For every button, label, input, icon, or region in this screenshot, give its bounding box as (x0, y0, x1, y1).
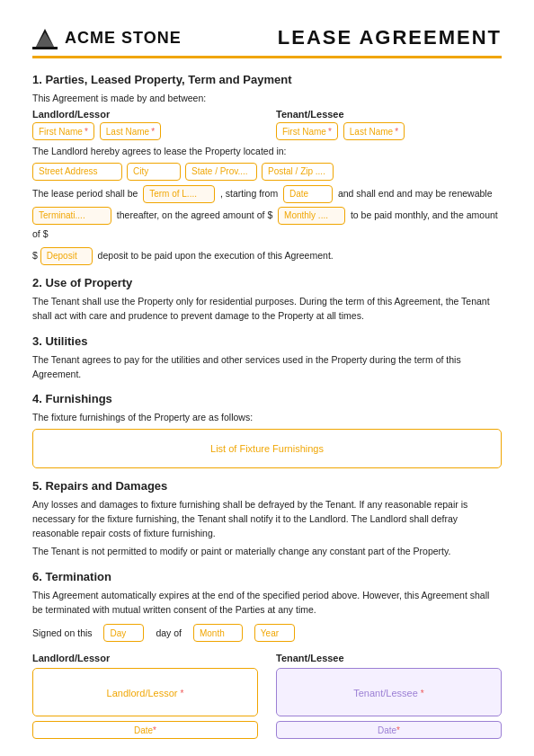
section5: 5. Repairs and Damages Any losses and da… (32, 479, 502, 559)
signed-text2: day of (156, 627, 182, 638)
logo-area: ACME STONE (32, 25, 182, 50)
tenant-sig-col: Tenant/Lessee Tenant/Lessee * Date * (276, 653, 502, 739)
year-field[interactable]: Year (254, 624, 295, 642)
section1: 1. Parties, Leased Property, Term and Pa… (32, 73, 502, 265)
landlord-label: Landlord/Lessor (32, 109, 258, 120)
section2: 2. Use of Property The Tenant shall use … (32, 276, 502, 324)
deposit-para: $ Deposit deposit to be paid upon the ex… (32, 246, 502, 265)
required-asterisk: * (151, 127, 155, 137)
lease-text6: deposit to be paid upon the execution of… (98, 250, 334, 261)
start-date-field[interactable]: Date (283, 185, 333, 203)
state-field[interactable]: State / Prov.... (185, 163, 257, 181)
logo-icon (32, 25, 58, 50)
required-asterisk: * (421, 689, 424, 698)
parties-columns: Landlord/Lessor First Name * Last Name *… (32, 109, 502, 140)
term-field[interactable]: Term of L.... (143, 185, 215, 203)
month-field[interactable]: Month (193, 624, 243, 642)
signature-row: Landlord/Lessor Landlord/Lessor * Date *… (32, 653, 502, 739)
section6-heading: 6. Termination (32, 570, 502, 583)
section1-heading: 1. Parties, Leased Property, Term and Pa… (32, 73, 502, 86)
header: ACME STONE LEASE AGREEMENT (32, 25, 502, 50)
required-asterisk: * (395, 127, 398, 137)
signed-row: Signed on this Day day of Month Year (32, 624, 502, 642)
lease-text4: thereafter, on the agreed amount of $ (117, 209, 272, 220)
landlord-first-name-field[interactable]: First Name * (32, 122, 94, 140)
lease-period-para: The lease period shall be Term of L.... … (32, 184, 502, 203)
tenant-date-field[interactable]: Date * (276, 721, 502, 739)
section2-heading: 2. Use of Property (32, 276, 502, 289)
landlord-sig-label: Landlord/Lessor (32, 653, 258, 663)
landlord-col: Landlord/Lessor First Name * Last Name * (32, 109, 258, 140)
required-asterisk: * (328, 127, 332, 137)
address-fields: Street Address City State / Prov.... Pos… (32, 163, 502, 181)
tenant-sig-block: Tenant/Lessee * (276, 668, 502, 716)
furnishings-field[interactable]: List of Fixture Furnishings (32, 429, 502, 468)
section4-heading: 4. Furnishings (32, 392, 502, 405)
section6-text: This Agreement automatically expires at … (32, 588, 502, 618)
section4-text: The fixture furnishings of the Property … (32, 410, 502, 424)
landlord-sig-col: Landlord/Lessor Landlord/Lessor * Date * (32, 653, 258, 739)
postal-field[interactable]: Postal / Zip .... (262, 163, 334, 181)
section5-text1: Any losses and damages to fixture furnis… (32, 497, 502, 541)
section3-text: The Tenant agrees to pay for the utiliti… (32, 352, 502, 382)
section4: 4. Furnishings The fixture furnishings o… (32, 392, 502, 467)
tenant-last-name-field[interactable]: Last Name * (343, 122, 405, 140)
termination-para: Terminati.... thereafter, on the agreed … (32, 206, 502, 244)
section5-heading: 5. Repairs and Damages (32, 479, 502, 493)
address-intro: The Landlord hereby agrees to lease the … (32, 144, 502, 158)
day-field[interactable]: Day (103, 624, 144, 642)
svg-rect-2 (32, 47, 58, 49)
section1-intro: This Agreement is made by and between: (32, 91, 502, 105)
signed-text1: Signed on this (32, 627, 93, 638)
svg-marker-1 (36, 32, 54, 47)
street-address-field[interactable]: Street Address (32, 163, 122, 181)
required-asterisk: * (85, 127, 88, 137)
lease-text1: The lease period shall be (32, 188, 138, 199)
landlord-sig-block: Landlord/Lessor * (32, 668, 258, 716)
lease-text2: , starting from (220, 188, 278, 199)
section3: 3. Utilities The Tenant agrees to pay fo… (32, 334, 502, 382)
landlord-last-name-field[interactable]: Last Name * (100, 122, 161, 140)
section6: 6. Termination This Agreement automatica… (32, 570, 502, 643)
tenant-sig-label: Tenant/Lessee (276, 653, 502, 663)
city-field[interactable]: City (127, 163, 181, 181)
lease-text3: and shall end and may be renewable (338, 188, 493, 199)
section3-heading: 3. Utilities (32, 334, 502, 348)
landlord-fields: First Name * Last Name * (32, 122, 258, 140)
termination-field[interactable]: Terminati.... (32, 207, 111, 225)
landlord-date-field[interactable]: Date * (32, 721, 258, 739)
logo-text: ACME STONE (65, 29, 182, 48)
tenant-first-name-field[interactable]: First Name * (276, 122, 338, 140)
doc-title: LEASE AGREEMENT (278, 26, 502, 49)
deposit-field[interactable]: Deposit (40, 247, 93, 265)
required-asterisk: * (396, 725, 400, 735)
tenant-col: Tenant/Lessee First Name * Last Name * (276, 109, 502, 140)
tenant-fields: First Name * Last Name * (276, 122, 502, 140)
section2-text: The Tenant shall use the Property only f… (32, 294, 502, 324)
required-asterisk: * (153, 725, 156, 735)
section5-text2: The Tenant is not permitted to modify or… (32, 544, 502, 558)
landlord-name-sig-field[interactable]: Landlord/Lessor * (40, 688, 250, 698)
required-asterisk: * (181, 689, 184, 698)
header-line (32, 56, 502, 58)
tenant-name-sig-field[interactable]: Tenant/Lessee * (284, 688, 494, 698)
tenant-label: Tenant/Lessee (276, 109, 502, 120)
monthly-field[interactable]: Monthly .... (278, 207, 345, 225)
